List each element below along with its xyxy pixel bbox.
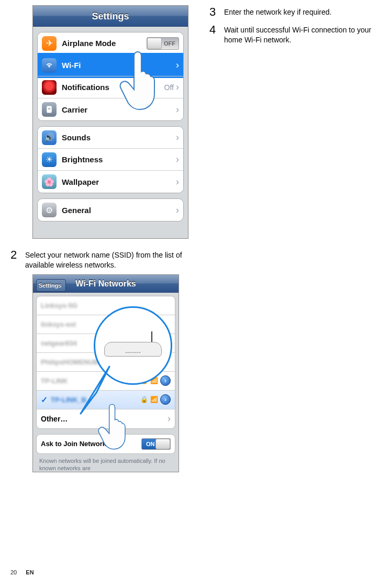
brightness-icon: ☀: [42, 152, 57, 167]
chevron-icon: ›: [168, 413, 171, 424]
sounds-icon: 🔊: [42, 130, 57, 145]
row-label: Carrier: [62, 105, 174, 114]
notifications-icon: [42, 80, 57, 95]
step-number: 2: [10, 248, 25, 270]
toggle-knob: [155, 439, 170, 449]
airplane-icon: ✈: [42, 36, 57, 51]
chevron-icon: ›: [176, 132, 179, 143]
airplane-toggle[interactable]: OFF: [147, 37, 179, 50]
row-label: Wi-Fi: [62, 61, 174, 70]
settings-group-3: ⚙ General ›: [37, 198, 184, 221]
navbar: Settings Wi-Fi Networks: [33, 275, 179, 293]
navbar-title: Wi-Fi Networks: [75, 279, 136, 288]
row-carrier[interactable]: Carrier ›: [38, 98, 183, 120]
step-number: 3: [209, 5, 224, 19]
step-number: 4: [209, 23, 224, 45]
settings-group-2: 🔊 Sounds › ☀ Brightness › 🌸 Wallpaper ›: [37, 126, 184, 193]
row-label: Wallpaper: [62, 177, 174, 186]
page-footer: 20 EN: [10, 569, 34, 575]
back-button[interactable]: Settings: [36, 279, 66, 292]
row-notifications[interactable]: Notifications Off ›: [38, 76, 183, 98]
footnote: Known networks will be joined automatica…: [39, 457, 172, 472]
detail-button[interactable]: ›: [160, 394, 171, 405]
row-label: Sounds: [62, 133, 174, 142]
checkmark-icon: ✓: [41, 395, 48, 405]
router-callout: [94, 306, 183, 395]
wallpaper-icon: 🌸: [42, 174, 57, 189]
router-icon: [104, 332, 162, 359]
navbar: Settings: [33, 6, 188, 27]
chevron-icon: ›: [176, 82, 179, 93]
step-2: 2 Select your network name (SSID) from t…: [10, 248, 188, 270]
ask-toggle[interactable]: ON: [141, 438, 171, 450]
chevron-icon: ›: [176, 154, 179, 165]
navbar-title: Settings: [92, 11, 129, 21]
row-general[interactable]: ⚙ General ›: [38, 199, 183, 221]
row-wallpaper[interactable]: 🌸 Wallpaper ›: [38, 171, 183, 193]
wifi-signal-icon: 📶: [150, 396, 158, 403]
row-label: Brightness: [62, 155, 174, 164]
row-sounds[interactable]: 🔊 Sounds ›: [38, 127, 183, 149]
carrier-icon: [42, 102, 57, 117]
row-label: General: [62, 206, 174, 215]
chevron-icon: ›: [176, 104, 179, 115]
step-text: Enter the network key if required.: [224, 5, 331, 19]
wifi-networks-screenshot: Settings Wi-Fi Networks Linksys-5G links…: [32, 274, 179, 472]
step-4: 4 Wait until successful Wi-Fi connection…: [209, 23, 380, 45]
row-label: Notifications: [62, 83, 164, 92]
language-code: EN: [26, 569, 34, 575]
row-brightness[interactable]: ☀ Brightness ›: [38, 149, 183, 171]
chevron-icon: ›: [176, 176, 179, 187]
row-wifi[interactable]: Wi-Fi ›: [38, 54, 183, 76]
general-icon: ⚙: [42, 203, 57, 217]
callout-tail: [78, 364, 120, 421]
ask-label: Ask to Join Networks: [41, 440, 141, 448]
ask-to-join-row[interactable]: Ask to Join Networks ON: [37, 435, 175, 453]
settings-screenshot: Settings ✈ Airplane Mode OFF Wi-Fi: [32, 5, 188, 239]
settings-group-1: ✈ Airplane Mode OFF Wi-Fi › Not: [37, 32, 184, 121]
lock-icon: 🔒: [140, 396, 148, 403]
step-text: Wait until successful Wi-Fi connection t…: [224, 23, 380, 45]
ask-to-join-group: Ask to Join Networks ON: [36, 434, 175, 454]
row-label: Airplane Mode: [62, 39, 147, 48]
step-3: 3 Enter the network key if required.: [209, 5, 380, 19]
chevron-icon: ›: [176, 205, 179, 216]
toggle-knob: [147, 38, 162, 49]
page-number: 20: [10, 569, 17, 575]
row-airplane-mode[interactable]: ✈ Airplane Mode OFF: [38, 32, 183, 54]
step-text: Select your network name (SSID) from the…: [25, 248, 188, 270]
chevron-icon: ›: [176, 60, 179, 71]
row-value: Off: [164, 83, 174, 92]
wifi-icon: [42, 58, 57, 73]
